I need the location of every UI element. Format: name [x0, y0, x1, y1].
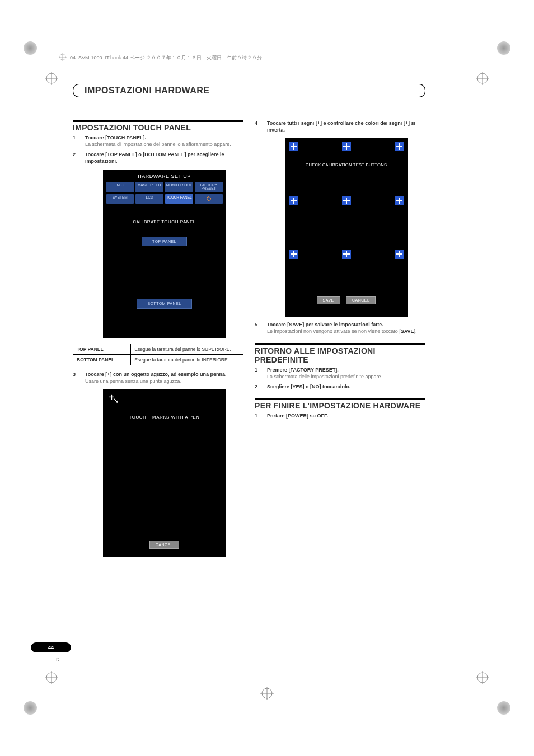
- register-mark-icon: [59, 53, 67, 62]
- hw-body-label: CALIBRATE TOUCH PANEL: [103, 219, 226, 226]
- section-title-bar: IMPOSTAZIONI HARDWARE: [73, 84, 425, 97]
- register-mark-bl: [45, 671, 58, 684]
- calib-plus-icon: [342, 196, 351, 205]
- steps-factory-reset: Premere [FACTORY PRESET]. La schermata d…: [255, 367, 425, 390]
- calib-plus-icon: [395, 142, 404, 151]
- refresh-icon: [206, 196, 212, 203]
- step-fr-2: Scegliere [YES] o [NO] toccandolo.: [255, 383, 425, 390]
- hw-tab-touch-panel: TOUCH PANEL: [165, 194, 193, 204]
- hw-tab-master-out: MASTER OUT: [135, 182, 163, 192]
- register-mark-tr: [476, 72, 489, 85]
- hw-btn-bottom-panel: BOTTOM PANEL: [137, 299, 191, 308]
- heading-finish: PER FINIRE L'IMPOSTAZIONE HARDWARE: [255, 398, 425, 410]
- page-number-tab: 44: [31, 642, 71, 652]
- corner-dot-bl: [24, 701, 37, 715]
- table-key: BOTTOM PANEL: [73, 354, 131, 365]
- step-1: Toccare [TOUCH PANEL]. La schermata di i…: [73, 134, 243, 148]
- steps-finish: Portare [POWER] su OFF.: [255, 412, 425, 419]
- calib-plus-icon: [395, 196, 404, 205]
- step-5-title: Toccare [SAVE] per salvare le impostazio…: [267, 321, 425, 328]
- step-3-body: Usare una penna senza una punta aguzza.: [85, 378, 181, 384]
- register-mark-bc: [260, 687, 274, 700]
- steps-touch-panel: Toccare [TOUCH PANEL]. La schermata di i…: [73, 134, 243, 338]
- table-row: BOTTOM PANEL Esegue la taratura del pann…: [73, 354, 243, 365]
- table-row: TOP PANEL Esegue la taratura del pannell…: [73, 344, 243, 354]
- register-mark-tl: [45, 72, 58, 85]
- step-fr-2-title: Scegliere [YES] o [NO] toccandolo.: [267, 383, 425, 390]
- hw-tab-mic: MIC: [106, 182, 134, 192]
- table-val: Esegue la taratura del pannello INFERIOR…: [131, 354, 243, 365]
- step-2: Toccare [TOP PANEL] o [BOTTOM PANEL] per…: [73, 151, 243, 338]
- step-5-body: Le impostazioni non vengono attivate se …: [267, 328, 417, 334]
- calib-plus-icon: [289, 196, 298, 205]
- hw-setup-title: HARDWARE SET UP: [103, 170, 226, 182]
- panel-table: TOP PANEL Esegue la taratura del pannell…: [73, 344, 243, 365]
- section-title: IMPOSTAZIONI HARDWARE: [80, 86, 214, 96]
- register-mark-br: [476, 671, 489, 684]
- table-val: Esegue la taratura del pannello SUPERIOR…: [131, 344, 243, 354]
- step-4-title: Toccare tutti i segni [+] e controllare …: [267, 120, 425, 133]
- step-3: Toccare [+] con un oggetto aguzzo, ad es…: [73, 371, 243, 557]
- calib-plus-icon: [289, 250, 298, 259]
- step-fin-1-title: Portare [POWER] su OFF.: [267, 412, 425, 419]
- calib-plus-icon: [395, 250, 404, 259]
- calib-save-button: SAVE: [317, 296, 340, 304]
- table-key: TOP PANEL: [73, 344, 131, 354]
- step-1-body: La schermata di impostazione del pannell…: [85, 142, 231, 147]
- touch-panel-msg: TOUCH + MARKS WITH A PEN: [103, 389, 226, 421]
- calib-plus-icon: [289, 142, 298, 151]
- step-fin-1: Portare [POWER] su OFF.: [255, 412, 425, 419]
- step-5: Toccare [SAVE] per salvare le impostazio…: [255, 321, 425, 335]
- step-4: Toccare tutti i segni [+] e controllare …: [255, 120, 425, 317]
- step-fr-1: Premere [FACTORY PRESET]. La schermata d…: [255, 367, 425, 380]
- plus-mark-icon: [109, 393, 121, 407]
- corner-dot-br: [497, 701, 510, 715]
- calib-plus-icon: [342, 142, 351, 151]
- touch-marks-screenshot: TOUCH + MARKS WITH A PEN CANCEL: [103, 389, 226, 557]
- calib-plus-icon: [342, 250, 351, 259]
- calib-cancel-button: CANCEL: [346, 296, 376, 304]
- hardware-setup-screenshot: HARDWARE SET UP MIC MASTER OUT MONITOR O…: [103, 170, 226, 338]
- touch-panel-cancel: CANCEL: [149, 541, 179, 549]
- hw-tab-factory-preset: FACTORY PRESET: [195, 182, 223, 192]
- page-language: It: [56, 656, 59, 662]
- hw-tab-monitor-out: MONITOR OUT: [165, 182, 193, 192]
- hw-tab-lcd: LCD: [135, 194, 163, 204]
- corner-dot-tl: [24, 41, 37, 55]
- calibration-screenshot: CHECK CALIBRATION TEST BUTTONS: [285, 138, 408, 317]
- heading-touch-panel: IMPOSTAZIONI TOUCH PANEL: [73, 120, 243, 132]
- step-2-title: Toccare [TOP PANEL] o [BOTTOM PANEL] per…: [85, 151, 243, 165]
- step-1-title: Toccare [TOUCH PANEL].: [85, 134, 243, 141]
- step-3-title: Toccare [+] con un oggetto aguzzo, ad es…: [85, 371, 243, 378]
- step-fr-1-body: La schermata delle impostazioni predefin…: [267, 374, 382, 379]
- hw-tab-system: SYSTEM: [106, 194, 134, 204]
- corner-dot-tr: [497, 41, 510, 55]
- step-fr-1-title: Premere [FACTORY PRESET].: [267, 367, 425, 373]
- print-header-text: 04_SVM-1000_IT.book 44 ページ ２００７年１０月１６日 火…: [70, 54, 262, 62]
- hw-btn-top-panel: TOP PANEL: [142, 237, 187, 246]
- hw-tab-refresh: [195, 194, 223, 204]
- heading-factory-reset: RITORNO ALLE IMPOSTAZIONI PREDEFINITE: [255, 343, 425, 364]
- page-number: 44: [48, 645, 54, 650]
- print-header: 04_SVM-1000_IT.book 44 ページ ２００７年１０月１６日 火…: [59, 53, 262, 62]
